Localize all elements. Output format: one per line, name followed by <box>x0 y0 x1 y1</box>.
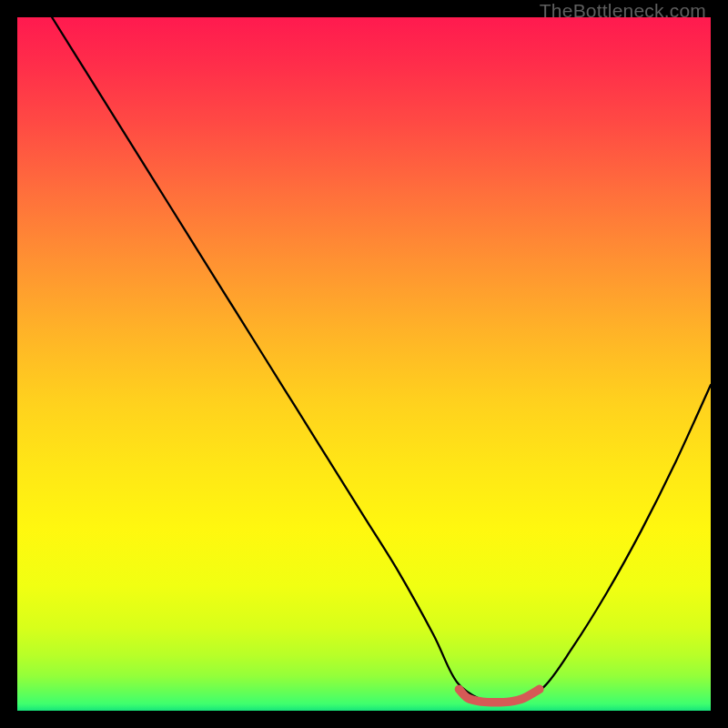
gradient-background <box>17 17 711 711</box>
bottleneck-chart <box>17 17 711 711</box>
watermark-text: TheBottleneck.com <box>540 0 706 22</box>
chart-frame <box>17 17 711 711</box>
